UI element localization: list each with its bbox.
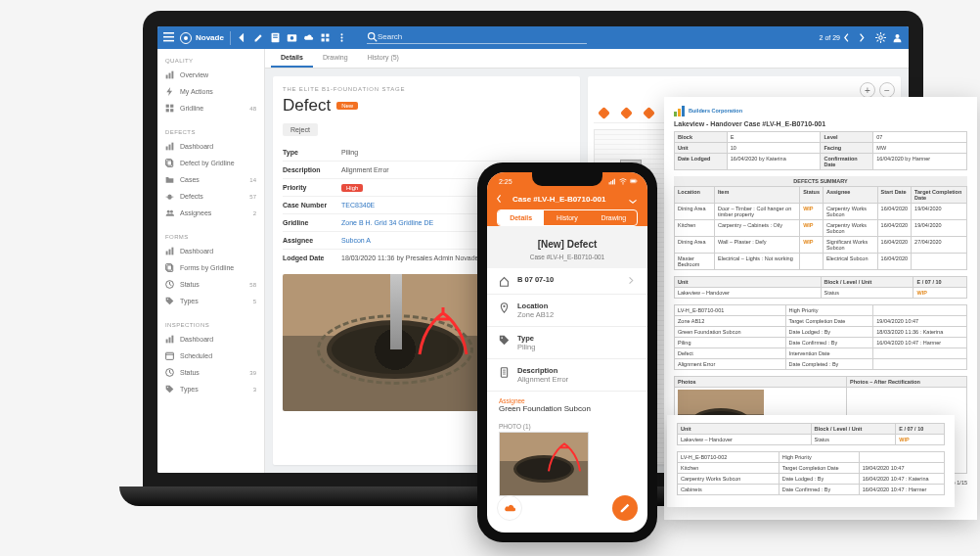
wifi-icon bbox=[619, 177, 627, 185]
detail-key: Description bbox=[283, 166, 341, 173]
sidebar-item-defect-by-gridline[interactable]: Defect by Gridline bbox=[157, 155, 264, 171]
phone-page-title: [New] Defect Case #LV-H_E-B0710-001 bbox=[487, 226, 647, 268]
detail-value: Subcon A bbox=[341, 237, 371, 244]
search-box[interactable] bbox=[367, 31, 587, 44]
sidebar-item-dashboard[interactable]: Dashboard bbox=[157, 243, 264, 259]
tag-icon bbox=[499, 335, 510, 346]
users-icon bbox=[165, 208, 174, 217]
sync-button[interactable] bbox=[497, 495, 522, 521]
phone-row-b-07-07-10[interactable]: B 07 07-10 bbox=[487, 268, 647, 295]
sidebar-item-forms-by-gridline[interactable]: Forms by Gridline bbox=[157, 259, 264, 276]
sidebar-item-scheduled[interactable]: Scheduled bbox=[157, 348, 264, 364]
sidebar-item-count: 3 bbox=[253, 387, 256, 393]
phone-detail-list[interactable]: B 07 07-10 LocationZone AB12 TypePiling … bbox=[487, 268, 647, 533]
phone-header-title: Case #LV-H_E-B0710-001 bbox=[512, 195, 605, 204]
sidebar-item-cases[interactable]: Cases 14 bbox=[157, 171, 264, 188]
sidebar-item-status[interactable]: Status 58 bbox=[157, 276, 264, 293]
search-input[interactable] bbox=[378, 32, 587, 41]
tab-history[interactable]: History (5) bbox=[358, 49, 409, 68]
tab-bar: DetailsDrawingHistory (5) bbox=[265, 49, 909, 69]
status-badge: New bbox=[336, 102, 358, 110]
sidebar-item-defects[interactable]: Defects 57 bbox=[157, 188, 264, 205]
tag-icon bbox=[165, 385, 174, 394]
sidebar: QUALITY Overview My Actions Gridline 48 … bbox=[157, 49, 265, 473]
topbar: Novade 2 of 29 bbox=[157, 26, 909, 49]
edit-icon[interactable] bbox=[253, 32, 264, 43]
phone-photo-thumb[interactable] bbox=[499, 432, 589, 496]
bug-icon bbox=[165, 192, 174, 201]
menu-icon[interactable] bbox=[163, 32, 174, 43]
sidebar-item-my-actions[interactable]: My Actions bbox=[157, 83, 264, 100]
detail-value: High bbox=[341, 184, 363, 191]
apps-icon[interactable] bbox=[320, 32, 331, 43]
cloud-upload-icon[interactable] bbox=[303, 32, 314, 43]
detail-key: Type bbox=[283, 149, 341, 156]
phone-tab-history[interactable]: History bbox=[544, 210, 590, 225]
gear-icon[interactable] bbox=[875, 32, 886, 43]
sidebar-item-gridline[interactable]: Gridline 48 bbox=[157, 100, 264, 116]
sidebar-item-status[interactable]: Status 39 bbox=[157, 364, 264, 381]
sidebar-item-label: Dashboard bbox=[180, 248, 213, 255]
phone-screen: 2:25 Case #LV-H_E-B0710-001 DetailsHisto… bbox=[487, 172, 647, 533]
tab-drawing[interactable]: Drawing bbox=[313, 49, 358, 68]
report2-unit: LV-H_E-B0710-002High PriorityKitchenTarg… bbox=[677, 451, 945, 495]
clock-icon bbox=[165, 368, 174, 377]
chart-icon bbox=[165, 70, 174, 79]
camera-icon[interactable] bbox=[287, 32, 297, 43]
copy-icon bbox=[165, 263, 174, 272]
sidebar-item-overview[interactable]: Overview bbox=[157, 67, 264, 83]
phone-row-location[interactable]: LocationZone AB12 bbox=[487, 295, 647, 327]
avatar-icon[interactable] bbox=[892, 32, 903, 43]
brand-label: Novade bbox=[196, 33, 224, 42]
sidebar-item-types[interactable]: Types 3 bbox=[157, 381, 264, 397]
detail-value: Zone B H. Grid 34 Gridline DE bbox=[341, 219, 433, 226]
page-indicator: 2 of 29 bbox=[820, 34, 840, 41]
report-detail-unit: LV-H_E-B0710-001High PriorityZone AB12Ta… bbox=[674, 304, 967, 370]
chart-icon bbox=[165, 247, 174, 255]
pager: 2 of 29 bbox=[820, 32, 869, 43]
detail-eyebrow: THE ELITE B1-FOUNDATION STAGE bbox=[283, 86, 570, 92]
detail-value: TEC8340E bbox=[341, 202, 375, 208]
chart-icon bbox=[165, 335, 174, 344]
phone-photo-label: PHOTO (1) bbox=[487, 419, 647, 432]
sidebar-item-label: Types bbox=[180, 298, 199, 304]
note-icon[interactable] bbox=[270, 32, 281, 43]
detail-key: Priority bbox=[283, 184, 341, 191]
copy-icon bbox=[165, 159, 174, 167]
sidebar-item-label: My Actions bbox=[180, 88, 213, 95]
phone-row-description[interactable]: DescriptionAlignment Error bbox=[487, 359, 647, 392]
detail-value: Piling bbox=[341, 149, 358, 156]
zoom-in-button[interactable]: + bbox=[860, 82, 875, 98]
sidebar-group-title: INSPECTIONS bbox=[157, 317, 264, 331]
battery-icon bbox=[630, 177, 638, 185]
reject-button[interactable]: Reject bbox=[283, 123, 318, 136]
sidebar-item-assignees[interactable]: Assignees 2 bbox=[157, 205, 264, 221]
phone-tab-segment: DetailsHistoryDrawing bbox=[497, 209, 638, 226]
sidebar-item-label: Assignees bbox=[180, 209, 211, 216]
zoom-out-button[interactable]: − bbox=[879, 82, 895, 98]
sidebar-item-label: Gridline bbox=[180, 105, 203, 112]
phone-tab-details[interactable]: Details bbox=[498, 210, 544, 225]
more-icon[interactable] bbox=[336, 32, 347, 43]
back-icon[interactable] bbox=[237, 32, 247, 43]
report-company: Builders Corporation bbox=[689, 108, 742, 114]
edit-fab[interactable] bbox=[612, 495, 638, 521]
sidebar-item-dashboard[interactable]: Dashboard bbox=[157, 138, 264, 155]
prev-icon[interactable] bbox=[844, 32, 855, 43]
phone-row-type[interactable]: TypePiling bbox=[487, 327, 647, 359]
phone-tab-drawing[interactable]: Drawing bbox=[591, 210, 637, 225]
back-icon[interactable] bbox=[497, 194, 507, 204]
collapse-icon[interactable] bbox=[628, 194, 638, 204]
sidebar-item-dashboard[interactable]: Dashboard bbox=[157, 331, 264, 348]
phone-header: Case #LV-H_E-B0710-001 DetailsHistoryDra… bbox=[487, 190, 647, 226]
chevron-right-icon bbox=[627, 276, 636, 285]
home-icon bbox=[499, 276, 510, 287]
calendar-icon bbox=[165, 351, 174, 360]
annotation-mark-icon bbox=[414, 305, 472, 364]
defect-photo[interactable] bbox=[283, 274, 508, 411]
phone-frame: 2:25 Case #LV-H_E-B0710-001 DetailsHisto… bbox=[477, 162, 657, 542]
sidebar-item-types[interactable]: Types 5 bbox=[157, 293, 264, 309]
tab-details[interactable]: Details bbox=[271, 49, 313, 68]
sidebar-item-label: Types bbox=[180, 386, 199, 393]
next-icon[interactable] bbox=[859, 32, 869, 43]
